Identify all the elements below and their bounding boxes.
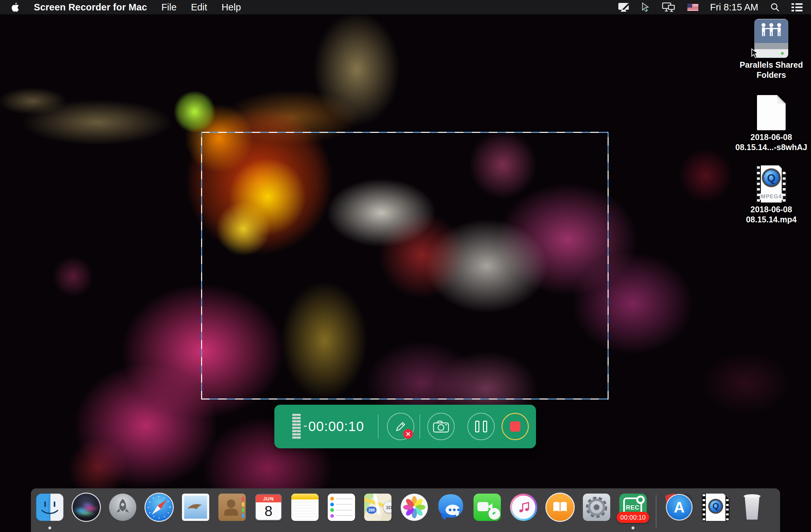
app-store-icon: A: [667, 495, 691, 520]
camera-icon: [432, 420, 449, 434]
dock: JUN 8 280 3D: [31, 488, 780, 532]
spotlight-search-icon[interactable]: [770, 2, 780, 12]
recorder-lens-icon: [636, 496, 645, 504]
dock-item-siri[interactable]: [73, 493, 100, 521]
selection-edge-left[interactable]: [201, 132, 202, 399]
running-indicator: [632, 527, 634, 529]
itunes-note-icon: [512, 496, 535, 519]
file-label-line1: 2018-06-08: [731, 132, 811, 142]
menu-file[interactable]: File: [162, 2, 177, 13]
notes-icon: [291, 493, 319, 499]
stop-icon: [510, 421, 520, 432]
annotate-disabled-badge: [403, 429, 413, 439]
quicktime-q-glyph: Q: [767, 172, 776, 183]
dock-item-system-preferences[interactable]: [583, 493, 610, 521]
dock-item-maps[interactable]: 280 3D: [364, 493, 392, 521]
pause-icon: [475, 421, 487, 432]
recording-timer: 00:00:10: [309, 405, 363, 448]
pause-button[interactable]: [467, 413, 495, 440]
rec-label: REC: [626, 504, 640, 511]
selection-edge-top[interactable]: [201, 132, 609, 133]
file-label-line2: 08.15.14.mp4: [731, 215, 811, 225]
facetime-camera-icon: [477, 502, 489, 511]
parallels-cursor-icon[interactable]: [641, 2, 650, 12]
displays-icon[interactable]: [662, 2, 676, 12]
dock-item-screen-recorder[interactable]: REC 00:00:10: [619, 493, 647, 521]
app-title[interactable]: Screen Recorder for Mac: [34, 2, 147, 13]
dock-item-safari[interactable]: [146, 493, 173, 521]
shared-people-icon: [759, 22, 784, 39]
contacts-person-icon: [227, 499, 235, 508]
desktop-screen: Screen Recorder for Mac File Edit Help: [0, 0, 811, 532]
contacts-tabs: [242, 497, 244, 518]
toolbar-divider: [378, 414, 379, 439]
menu-help[interactable]: Help: [221, 2, 241, 13]
desktop-icon-recorded-video[interactable]: Q MPEG4 2018-06-08 08.15.14.mp4: [731, 165, 811, 225]
maps-3d-compass: 3D: [383, 501, 392, 513]
dock-item-app-store[interactable]: A: [665, 493, 693, 521]
desktop-icon-label: Parallels Shared Folders: [731, 60, 811, 80]
maps-highway-shield: 280: [367, 506, 377, 514]
desktop-icon-recording-temp-file[interactable]: 2018-06-08 08.15.14...-s8whAJ: [731, 95, 811, 152]
dock-item-messages[interactable]: [437, 493, 464, 521]
mpeg4-file-icon: Q MPEG4: [756, 165, 786, 202]
ibooks-book-icon: [552, 501, 568, 514]
safari-compass-icon: [146, 493, 173, 521]
document-icon: [757, 95, 786, 130]
audio-meter-tick: [304, 426, 307, 427]
apple-menu[interactable]: [11, 2, 19, 12]
screen-sharing-display-icon[interactable]: [618, 2, 629, 12]
selection-edge-bottom[interactable]: [201, 398, 609, 399]
menu-edit[interactable]: Edit: [191, 2, 207, 13]
dock-item-itunes[interactable]: [510, 493, 537, 521]
us-flag-icon[interactable]: [687, 4, 699, 11]
toolbar-divider: [419, 414, 420, 439]
screenshot-button[interactable]: [427, 413, 455, 440]
audio-level-meter: [292, 414, 301, 439]
dock-item-finder[interactable]: [36, 493, 63, 521]
notification-center-icon[interactable]: [792, 3, 802, 12]
x-icon: [406, 432, 410, 436]
launchpad-rocket-icon: [109, 493, 136, 521]
alias-arrow-icon: [750, 48, 760, 59]
drive-status-led: [781, 52, 784, 55]
dock-item-launchpad[interactable]: [109, 493, 136, 521]
dock-item-calendar[interactable]: JUN 8: [255, 493, 282, 521]
finder-icon: [36, 493, 63, 521]
selection-edge-right[interactable]: [608, 132, 609, 399]
facetime-phone-badge: [489, 508, 500, 520]
apple-logo-icon: [11, 2, 19, 12]
dock-item-notes[interactable]: [291, 493, 319, 521]
gear-icon: [583, 493, 610, 521]
calendar-day: 8: [256, 502, 281, 520]
quicktime-logo-icon: Q: [762, 168, 781, 187]
recording-time-badge: 00:00:10: [617, 512, 649, 523]
dock-item-photos[interactable]: [401, 493, 428, 521]
dock-item-ibooks[interactable]: [547, 493, 574, 521]
dock-item-reminders[interactable]: [328, 493, 355, 521]
mail-stamp-icon: [184, 496, 207, 519]
running-indicator: [48, 527, 51, 529]
recording-toolbar: 00:00:10: [274, 405, 536, 448]
file-label-line1: 2018-06-08: [731, 204, 811, 215]
dock-item-quicktime-file[interactable]: Q: [702, 493, 729, 521]
recording-selection-region[interactable]: [201, 132, 609, 399]
dock-item-trash[interactable]: [738, 493, 766, 521]
dock-item-contacts[interactable]: [218, 493, 246, 521]
dock-item-facetime[interactable]: [474, 493, 501, 521]
photos-flower-icon: [402, 496, 426, 519]
calendar-month: JUN: [256, 495, 281, 502]
network-drive-icon: [754, 19, 788, 58]
dock-separator: [656, 495, 656, 529]
stop-button[interactable]: [502, 413, 529, 440]
dock-item-mail[interactable]: [182, 493, 209, 521]
file-label-line2: 08.15.14...-s8whAJ: [731, 142, 811, 152]
siri-icon: [73, 493, 100, 521]
menu-bar: Screen Recorder for Mac File Edit Help: [0, 0, 811, 14]
desktop-icon-parallels-shared-folders[interactable]: Parallels Shared Folders: [731, 19, 811, 80]
mpeg4-badge: MPEG4: [760, 193, 783, 200]
menu-bar-clock[interactable]: Fri 8:15 AM: [710, 2, 758, 13]
quicktime-icon: Q: [708, 499, 723, 514]
annotate-button[interactable]: [387, 413, 414, 440]
